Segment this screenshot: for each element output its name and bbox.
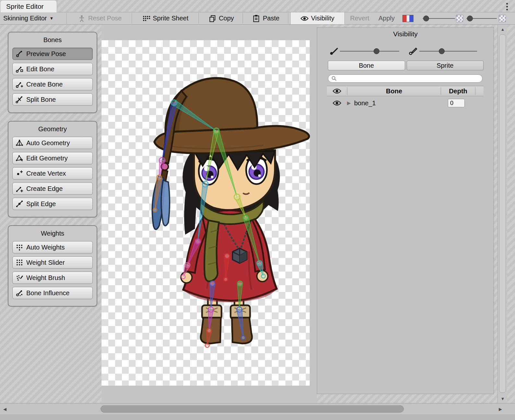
edit-bone-icon — [16, 65, 23, 73]
alpha-slider-track[interactable] — [466, 18, 497, 19]
skinning-editor-label: Skinning Editor — [3, 15, 47, 22]
tab-label: Sprite Editor — [6, 3, 44, 10]
tab-sprite[interactable]: Sprite — [407, 61, 484, 70]
tab-bone[interactable]: Bone — [328, 61, 405, 70]
header-eye-icon[interactable] — [327, 88, 347, 94]
bones-group: Bones Preview Pose Edit Bone Create Bone… — [8, 32, 97, 113]
chevron-down-icon: ▼ — [50, 16, 54, 21]
geometry-group-title: Geometry — [8, 122, 97, 137]
bone-opacity-slider-thumb[interactable] — [374, 48, 379, 54]
mesh-opacity-slider-thumb[interactable] — [439, 48, 445, 54]
toolbar: Skinning Editor ▼ Reset Pose Sprite Shee… — [0, 12, 515, 25]
weight-brush-button[interactable]: Weight Brush — [12, 272, 93, 284]
auto-weights-button[interactable]: Auto Weights — [12, 241, 93, 253]
sprite-layer — [102, 25, 317, 403]
depth-input[interactable] — [448, 99, 465, 107]
reset-pose-button[interactable]: Reset Pose — [70, 12, 130, 24]
scroll-up-arrow[interactable]: ▲ — [498, 25, 508, 34]
preview-pose-button[interactable]: Preview Pose — [12, 48, 93, 60]
eye-icon — [301, 15, 308, 22]
visibility-table-header: Bone Depth — [327, 86, 484, 96]
create-vertex-button[interactable]: Create Vertex — [12, 167, 93, 180]
paste-button[interactable]: Paste — [245, 12, 287, 24]
bone-filled-icon — [329, 46, 339, 55]
apply-button[interactable]: Apply — [375, 12, 399, 24]
bone-opacity-slider-track[interactable] — [340, 51, 399, 52]
create-bone-icon — [16, 80, 23, 88]
magnifier-icon — [331, 76, 337, 81]
column-header-bone: Bone — [347, 88, 441, 95]
scroll-left-arrow[interactable]: ◀ — [0, 403, 10, 414]
scroll-down-arrow[interactable]: ▼ — [498, 394, 508, 403]
search-field[interactable] — [328, 74, 483, 83]
window-tab-bar: Sprite Editor — [0, 0, 515, 12]
horizontal-scroll-thumb[interactable] — [101, 405, 404, 413]
reset-pose-icon — [78, 15, 86, 22]
bone-row[interactable]: ▶ bone_1 — [327, 97, 484, 109]
toolbar-separator — [66, 13, 67, 24]
horizontal-scrollbar[interactable]: ◀ ▶ — [0, 403, 515, 414]
toolbar-separator — [132, 13, 132, 24]
create-edge-button[interactable]: Create Edge — [12, 182, 93, 195]
split-bone-icon — [16, 96, 23, 103]
auto-geometry-button[interactable]: Auto Geometry — [12, 137, 93, 149]
create-vertex-icon — [16, 169, 23, 177]
vertical-scrollbar[interactable]: ▲ ▼ — [497, 25, 507, 403]
edit-bone-button[interactable]: Edit Bone — [12, 63, 93, 75]
toolbar-separator — [198, 13, 199, 24]
window-bottom-strip — [0, 414, 515, 420]
weight-slider-icon — [16, 259, 23, 266]
split-edge-icon — [16, 200, 23, 208]
edit-geometry-button[interactable]: Edit Geometry — [12, 152, 93, 164]
visibility-tabs: Bone Sprite — [328, 61, 484, 70]
edit-geometry-icon — [16, 154, 23, 162]
color-swatch-icon[interactable] — [402, 15, 413, 22]
weights-group: Weights Auto Weights Weight Slider Weigh… — [8, 225, 97, 307]
create-edge-icon — [16, 185, 23, 192]
weight-slider-button[interactable]: Weight Slider — [12, 256, 93, 269]
zoom-slider-track[interactable] — [423, 18, 455, 19]
weight-brush-icon — [16, 274, 23, 282]
auto-geometry-icon — [16, 139, 23, 147]
row-eye-toggle-icon[interactable] — [327, 100, 347, 106]
copy-button[interactable]: Copy — [201, 12, 241, 24]
create-bone-button[interactable]: Create Bone — [12, 78, 93, 90]
sprite-sheet-button[interactable]: Sprite Sheet — [134, 12, 197, 24]
split-bone-button[interactable]: Split Bone — [12, 93, 93, 106]
copy-icon — [209, 15, 216, 22]
sprite-editor-window: Sprite Editor Skinning Editor ▼ Reset Po… — [0, 0, 515, 420]
vertical-scroll-thumb[interactable] — [499, 34, 506, 393]
zoom-slider-thumb[interactable] — [423, 16, 429, 21]
bone-influence-icon — [16, 289, 23, 297]
split-edge-button[interactable]: Split Edge — [12, 198, 93, 210]
mesh-opacity-slider-track[interactable] — [419, 51, 477, 52]
bone-name: bone_1 — [354, 99, 448, 107]
sprite-canvas[interactable] — [102, 25, 317, 403]
column-header-depth: Depth — [441, 88, 475, 95]
sprite-sheet-icon — [142, 15, 150, 22]
weights-group-title: Weights — [8, 226, 97, 241]
alpha-checker-icon — [456, 15, 463, 22]
revert-button[interactable]: Revert — [346, 12, 373, 24]
bones-group-title: Bones — [8, 32, 97, 48]
paste-icon — [252, 15, 260, 22]
visibility-toggle-button[interactable]: Visibility — [290, 12, 345, 24]
visibility-panel: Visibility Bone Sprite — [317, 27, 494, 394]
preview-pose-icon — [16, 50, 23, 58]
auto-weights-icon — [16, 243, 23, 251]
alpha-slider-thumb[interactable] — [467, 16, 473, 21]
toolbar-separator — [243, 13, 243, 24]
visibility-panel-title: Visibility — [317, 28, 494, 38]
character-sprite — [152, 78, 309, 344]
toolbar-separator — [288, 13, 288, 24]
kebab-menu-icon[interactable] — [504, 2, 510, 11]
bone-influence-button[interactable]: Bone Influence — [12, 287, 93, 299]
skinning-editor-dropdown[interactable]: Skinning Editor ▼ — [3, 12, 65, 24]
scroll-right-arrow[interactable]: ▶ — [496, 403, 505, 414]
tab-sprite-editor[interactable]: Sprite Editor — [0, 0, 57, 12]
alpha-checker-icon — [499, 15, 506, 22]
expander-triangle-icon[interactable]: ▶ — [347, 100, 354, 106]
bone-outline-icon — [409, 46, 418, 55]
search-input[interactable] — [339, 75, 479, 82]
geometry-group: Geometry Auto Geometry Edit Geometry Cre… — [8, 121, 97, 217]
